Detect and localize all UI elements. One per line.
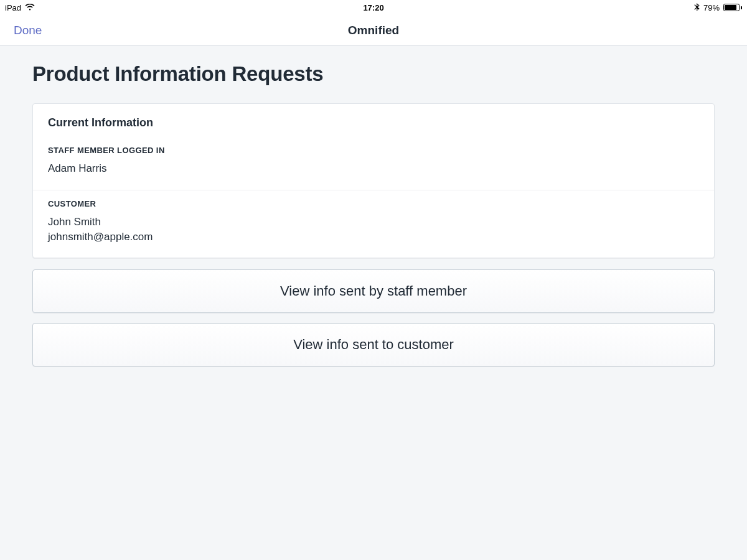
battery-icon bbox=[723, 4, 742, 11]
wifi-icon bbox=[25, 4, 35, 11]
nav-title: Omnified bbox=[348, 24, 399, 37]
customer-label: CUSTOMER bbox=[48, 199, 699, 208]
nav-bar: Done Omnified bbox=[0, 15, 747, 46]
page-title: Product Information Requests bbox=[32, 62, 715, 86]
content-area: Product Information Requests Current Inf… bbox=[0, 46, 747, 401]
current-info-card: Current Information STAFF MEMBER LOGGED … bbox=[32, 103, 715, 258]
battery-percent: 79% bbox=[703, 3, 720, 12]
status-bar: iPad 17:20 79% bbox=[0, 0, 747, 15]
staff-section: STAFF MEMBER LOGGED IN Adam Harris bbox=[33, 137, 714, 190]
customer-value: John Smith johnsmith@apple.com bbox=[48, 215, 699, 245]
view-customer-info-button[interactable]: View info sent to customer bbox=[32, 323, 715, 366]
customer-name: John Smith bbox=[48, 215, 699, 230]
card-header: Current Information bbox=[33, 104, 714, 137]
status-time: 17:20 bbox=[363, 3, 383, 12]
customer-email: johnsmith@apple.com bbox=[48, 230, 699, 245]
view-staff-info-label: View info sent by staff member bbox=[280, 283, 467, 299]
customer-section: CUSTOMER John Smith johnsmith@apple.com bbox=[33, 190, 714, 258]
device-label: iPad bbox=[5, 3, 21, 12]
staff-label: STAFF MEMBER LOGGED IN bbox=[48, 146, 699, 155]
done-button[interactable]: Done bbox=[14, 24, 42, 37]
staff-name: Adam Harris bbox=[48, 161, 699, 176]
bluetooth-icon bbox=[694, 3, 700, 12]
view-customer-info-label: View info sent to customer bbox=[293, 337, 454, 353]
view-staff-info-button[interactable]: View info sent by staff member bbox=[32, 269, 715, 313]
